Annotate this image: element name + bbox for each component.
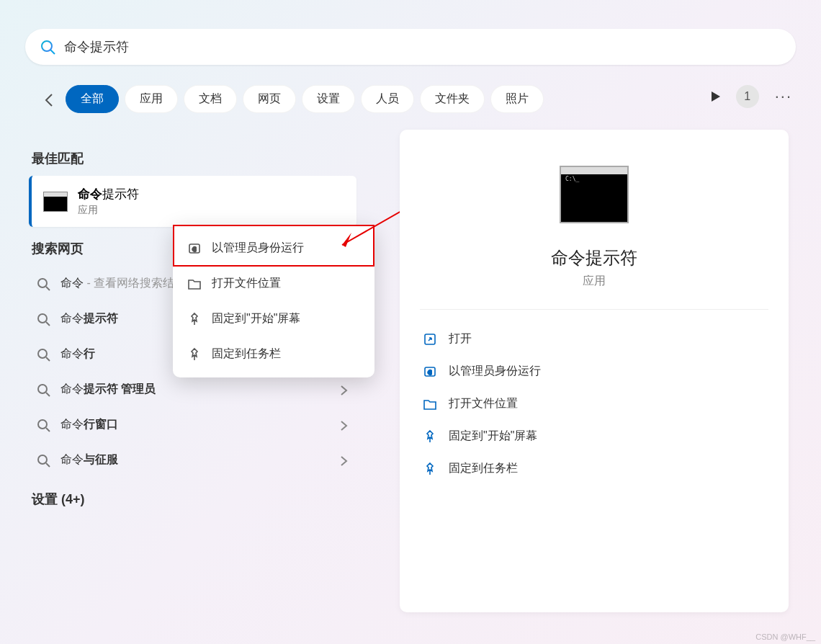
search-bar[interactable] — [25, 29, 796, 65]
filter-row: 全部应用文档网页设置人员文件夹照片 — [40, 85, 796, 113]
search-input[interactable] — [64, 40, 781, 55]
preview-title: 命令提示符 — [420, 246, 768, 269]
best-match-item[interactable]: 命令提示符 应用 — [29, 176, 356, 227]
filter-人员[interactable]: 人员 — [361, 85, 414, 113]
pin-icon — [187, 347, 202, 362]
context-menu-item[interactable]: 以管理员身份运行 — [173, 231, 374, 266]
preview-action-item[interactable]: 固定到任务栏 — [420, 452, 768, 485]
search-icon — [36, 312, 50, 326]
admin-icon — [187, 241, 202, 256]
admin-icon — [423, 365, 437, 379]
filter-文档[interactable]: 文档 — [184, 85, 237, 113]
preview-action-item[interactable]: 打开文件位置 — [420, 388, 768, 420]
watermark: CSDN @WHF__ — [755, 632, 815, 641]
pin-icon — [423, 429, 437, 444]
back-button[interactable] — [40, 89, 60, 109]
filter-照片[interactable]: 照片 — [490, 85, 544, 113]
preview-action-item[interactable]: 固定到"开始"屏幕 — [420, 420, 768, 452]
context-menu-item[interactable]: 固定到任务栏 — [173, 336, 374, 372]
context-menu-item[interactable]: 固定到"开始"屏幕 — [173, 301, 374, 336]
cmd-icon — [43, 192, 68, 212]
folder-icon — [187, 277, 202, 291]
web-search-item[interactable]: 命令与征服 — [29, 442, 356, 478]
settings-header: 设置 (4+) — [32, 491, 356, 508]
pin-icon — [187, 312, 202, 326]
best-match-title: 命令提示符 — [78, 186, 139, 202]
context-menu: 以管理员身份运行打开文件位置固定到"开始"屏幕固定到任务栏 — [173, 225, 374, 377]
preview-action-item[interactable]: 以管理员身份运行 — [420, 355, 768, 388]
divider — [420, 309, 768, 310]
filter-文件夹[interactable]: 文件夹 — [420, 85, 485, 113]
preview-app-icon — [560, 166, 629, 223]
play-icon[interactable] — [712, 91, 720, 102]
filter-设置[interactable]: 设置 — [302, 85, 355, 113]
chevron-right-icon — [336, 419, 349, 431]
search-icon — [36, 418, 50, 432]
folder-icon — [423, 397, 437, 411]
search-icon — [40, 39, 55, 55]
filter-网页[interactable]: 网页 — [243, 85, 296, 113]
search-icon — [36, 277, 50, 291]
chevron-right-icon — [336, 383, 349, 396]
best-match-sub: 应用 — [78, 204, 139, 217]
pin-icon — [423, 462, 437, 476]
back-icon — [42, 91, 58, 107]
preview-action-item[interactable]: 打开 — [420, 323, 768, 355]
more-button[interactable]: ··· — [775, 87, 792, 106]
search-icon — [36, 383, 50, 397]
filter-全部[interactable]: 全部 — [66, 85, 119, 113]
context-menu-item[interactable]: 打开文件位置 — [173, 266, 374, 301]
preview-panel: 命令提示符 应用 打开以管理员身份运行打开文件位置固定到"开始"屏幕固定到任务栏 — [400, 130, 789, 612]
chevron-right-icon — [336, 454, 349, 467]
filter-应用[interactable]: 应用 — [125, 85, 178, 113]
notification-badge[interactable]: 1 — [736, 85, 759, 108]
open-icon — [423, 332, 437, 346]
search-icon — [36, 347, 50, 362]
preview-sub: 应用 — [420, 274, 768, 289]
search-icon — [36, 453, 50, 468]
best-match-header: 最佳匹配 — [32, 150, 356, 167]
web-search-item[interactable]: 命令行窗口 — [29, 407, 356, 442]
top-right-controls: 1 ··· — [712, 85, 792, 108]
